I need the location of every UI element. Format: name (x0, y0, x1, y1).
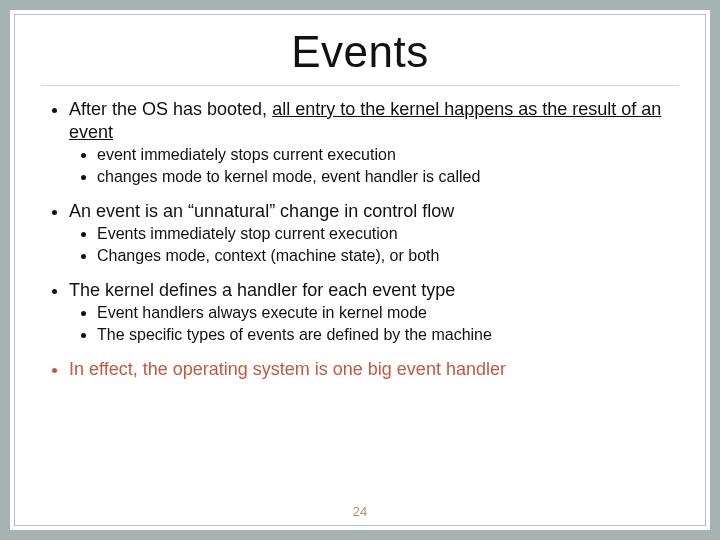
slide-frame-mid: Events After the OS has booted, all entr… (10, 10, 710, 530)
slide-title: Events (41, 27, 679, 77)
bullet-2-text: An event is an “unnatural” change in con… (69, 201, 454, 221)
bullet-3-text: The kernel defines a handler for each ev… (69, 280, 455, 300)
title-divider (41, 85, 679, 86)
bullet-3-sub-1: Event handlers always execute in kernel … (97, 303, 679, 324)
bullet-2-subs: Events immediately stop current executio… (69, 224, 679, 267)
bullet-1: After the OS has booted, all entry to th… (69, 98, 679, 188)
bullet-2: An event is an “unnatural” change in con… (69, 200, 679, 267)
bullet-3: The kernel defines a handler for each ev… (69, 279, 679, 346)
bullet-4-text: In effect, the operating system is one b… (69, 359, 506, 379)
bullet-1-sub-2: changes mode to kernel mode, event handl… (97, 167, 679, 188)
bullet-1-subs: event immediately stops current executio… (69, 145, 679, 188)
slide-frame-outer: Events After the OS has booted, all entr… (0, 0, 720, 540)
bullet-3-sub-2: The specific types of events are defined… (97, 325, 679, 346)
slide-content: Events After the OS has booted, all entr… (14, 14, 706, 526)
bullet-3-subs: Event handlers always execute in kernel … (69, 303, 679, 346)
bullet-2-sub-1: Events immediately stop current executio… (97, 224, 679, 245)
bullet-list: After the OS has booted, all entry to th… (41, 98, 679, 380)
bullet-1-lead: After the OS has booted, (69, 99, 272, 119)
page-number: 24 (15, 504, 705, 519)
bullet-2-sub-2: Changes mode, context (machine state), o… (97, 246, 679, 267)
bullet-1-sub-1: event immediately stops current executio… (97, 145, 679, 166)
bullet-4: In effect, the operating system is one b… (69, 358, 679, 381)
